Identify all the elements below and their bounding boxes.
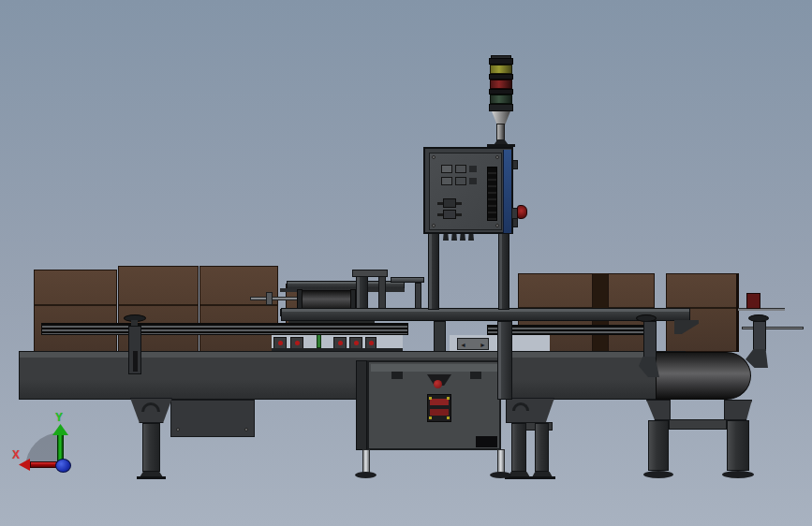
red-device[interactable] xyxy=(427,394,451,422)
levelling-foot xyxy=(362,449,370,474)
cabinet-connector xyxy=(470,372,481,379)
red-device-stripe xyxy=(430,399,449,405)
leg-foot xyxy=(643,471,673,478)
electrical-cabinet[interactable] xyxy=(367,360,501,450)
frame-post[interactable] xyxy=(497,321,512,400)
machine-leg[interactable] xyxy=(511,423,526,472)
guide-rod[interactable] xyxy=(742,327,804,329)
relay-pin xyxy=(437,213,443,216)
outfeed-shelf xyxy=(738,308,785,311)
stack-light-cap xyxy=(489,58,513,65)
clamp-slot xyxy=(133,351,138,372)
machine-leg[interactable] xyxy=(727,420,749,471)
machine-leg[interactable] xyxy=(648,420,669,471)
sensor-red-dot xyxy=(354,341,359,345)
din-rail-slot xyxy=(487,167,497,221)
levelling-foot xyxy=(497,449,505,474)
hinge-tab xyxy=(512,160,518,169)
cable-gland xyxy=(451,234,457,241)
stack-light-yellow xyxy=(490,65,512,74)
guide-rail-left[interactable] xyxy=(41,323,408,335)
screw-icon xyxy=(244,428,248,431)
left-arrow-icon: ◄ xyxy=(460,342,466,348)
sensor-red-dot xyxy=(278,341,283,345)
panel-support-post[interactable] xyxy=(498,232,509,310)
machine-leg[interactable] xyxy=(535,423,549,472)
screw-icon xyxy=(495,224,499,227)
orientation-triad[interactable]: Y X xyxy=(9,410,92,483)
screw-icon xyxy=(432,224,436,227)
stand-cross-brace xyxy=(669,419,727,430)
right-arrow-icon: ► xyxy=(480,342,486,348)
yellow-dot xyxy=(429,397,432,400)
cable-gland xyxy=(443,234,449,241)
relay-pin xyxy=(456,213,462,216)
terminal-block xyxy=(441,165,452,173)
carton-box[interactable] xyxy=(34,270,117,352)
leg-foot-base xyxy=(137,476,166,479)
relay-pin xyxy=(456,202,462,205)
actuator-cylinder[interactable] xyxy=(301,290,355,310)
red-indicator-ball xyxy=(434,380,442,388)
yellow-dot xyxy=(447,397,450,400)
panel-hinge-strip xyxy=(503,150,511,233)
cabinet-connector xyxy=(391,372,403,379)
yellow-dot xyxy=(447,416,450,419)
terminal-block xyxy=(441,177,452,185)
actuator-rod[interactable] xyxy=(250,297,303,300)
panel-door[interactable] xyxy=(429,153,502,230)
relay-block xyxy=(443,210,456,219)
screw-icon xyxy=(432,155,436,159)
carton-lid-seam xyxy=(119,304,198,306)
z-axis-disc xyxy=(55,459,71,473)
relay-block xyxy=(443,198,456,208)
rail-clamp-body[interactable] xyxy=(753,321,766,351)
screw-icon xyxy=(495,155,499,159)
foot-pad xyxy=(355,472,376,478)
terminal-block xyxy=(455,165,466,173)
photo-sensor-box[interactable]: ◄ ► xyxy=(457,338,489,350)
carton-box[interactable] xyxy=(199,266,278,352)
sensor-red-dot xyxy=(295,341,300,345)
y-axis-arrowhead xyxy=(52,424,68,435)
screw-icon xyxy=(176,428,180,431)
rod-flange xyxy=(266,292,273,305)
name-plate xyxy=(476,436,497,447)
x-axis-label: X xyxy=(12,449,20,460)
y-axis-label: Y xyxy=(55,412,63,423)
leg-foot xyxy=(722,471,754,478)
under-panel[interactable] xyxy=(170,400,255,437)
small-red-unit[interactable] xyxy=(746,293,760,309)
sensor-red-dot xyxy=(338,341,343,345)
panel-support-post[interactable] xyxy=(428,232,439,310)
rail-clamp-body[interactable] xyxy=(643,321,657,358)
sensor-green-post xyxy=(317,333,321,348)
relay-pin xyxy=(437,202,443,205)
cable-gland xyxy=(460,234,465,241)
leg-bracket xyxy=(646,400,671,420)
estop-button[interactable] xyxy=(517,205,527,219)
frame-post[interactable] xyxy=(434,321,446,352)
side-table-post xyxy=(415,283,421,309)
cad-viewport: ◄ ► xyxy=(0,0,812,526)
terminal-block xyxy=(469,166,477,172)
stack-light-foot-plate xyxy=(487,144,515,147)
stack-light[interactable] xyxy=(478,54,524,149)
machine-leg[interactable] xyxy=(142,423,160,472)
hinge-tab xyxy=(512,218,518,227)
control-panel[interactable] xyxy=(423,147,513,234)
rail-clamp-body[interactable] xyxy=(128,326,141,374)
cabinet-side-post xyxy=(356,360,367,450)
stack-light-red xyxy=(490,80,512,89)
foot-pad xyxy=(490,472,511,478)
x-axis-arrowhead xyxy=(19,459,30,471)
outfeed-roller-end[interactable] xyxy=(656,352,751,400)
yellow-dot xyxy=(429,416,432,419)
conveyor-bed[interactable] xyxy=(19,351,686,400)
cable-gland xyxy=(468,234,474,241)
cabinet-top-band xyxy=(371,364,497,372)
stack-light-base xyxy=(489,104,513,111)
stack-light-pole xyxy=(496,124,505,141)
terminal-block xyxy=(455,177,466,185)
gantry-beam[interactable] xyxy=(281,308,690,321)
